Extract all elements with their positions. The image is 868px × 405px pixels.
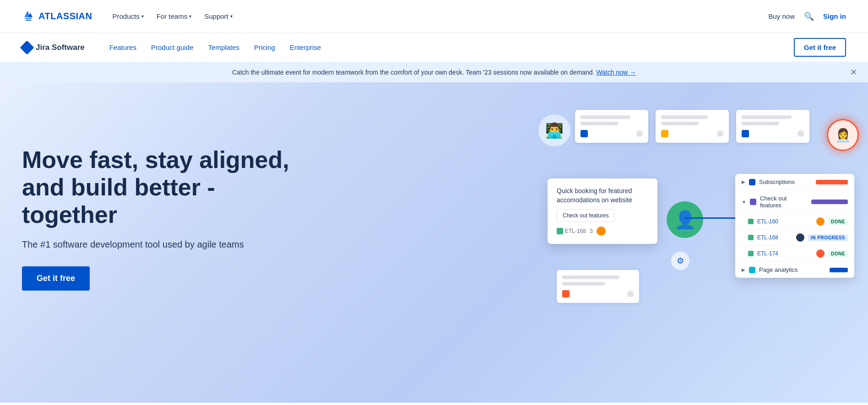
panel-sub-row-etl160: ETL-160 DONE [735, 214, 854, 230]
panel-dot-analytics [749, 267, 755, 273]
panel-row-subscriptions: ▶ Subscriptions [735, 174, 854, 190]
kanban-card-3 [736, 110, 809, 143]
atlassian-logo-text: ATLASSIAN [38, 11, 92, 22]
hero-content: Move fast, stay aligned, and build bette… [22, 119, 297, 291]
sub-nav-links: Features Product guide Templates Pricing… [103, 40, 327, 55]
ticket-icon [557, 228, 563, 234]
svg-rect-1 [26, 20, 31, 21]
avatar-assignee [597, 227, 606, 236]
atlassian-logo[interactable]: ATLASSIAN [22, 10, 92, 23]
avatar-figure-green: 👤 [667, 201, 703, 238]
top-nav-right: Buy now 🔍 Sign in [768, 11, 846, 22]
avatar-figure-red: 👩‍💼 [827, 119, 859, 151]
panel-label-analytics: Page analytics [759, 266, 826, 273]
panel-bar-checkout [811, 200, 848, 204]
svg-rect-0 [25, 18, 32, 19]
sub-ticket-icon-168 [748, 235, 754, 240]
panel-sub-row-etl174: ETL-174 DONE [735, 246, 854, 262]
panel-label-subscriptions: Subscriptions [759, 178, 812, 185]
top-nav: ATLASSIAN Products ▾ For teams ▾ Support… [0, 0, 868, 33]
subnav-product-guide[interactable]: Product guide [145, 40, 200, 55]
ticket-count: 3 [590, 228, 593, 234]
sign-in-link[interactable]: Sign in [823, 12, 846, 20]
chevron-down-icon: ▾ [189, 14, 191, 19]
kanban-card-bottom [557, 270, 639, 303]
popup-check-features-btn[interactable]: Check out features [557, 209, 615, 222]
connector-line-h [685, 217, 740, 219]
subnav-features[interactable]: Features [103, 40, 143, 55]
chevron-down-icon: ▾ [141, 14, 144, 19]
popup-card-title: Quick booking for featured accomodations… [557, 187, 648, 205]
hero-illustration: 👨‍💻 [511, 96, 868, 403]
top-nav-links: Products ▾ For teams ▾ Support ▾ [107, 9, 238, 24]
banner-close-button[interactable]: ✕ [850, 67, 857, 77]
kanban-card-1 [575, 110, 648, 143]
popup-footer: ETL-168 3 [557, 227, 648, 236]
banner-text: Catch the ultimate event for modern team… [232, 69, 636, 76]
subnav-enterprise[interactable]: Enterprise [283, 40, 327, 55]
jira-brand-text: Jira Software [36, 43, 85, 52]
panel-bar-analytics [830, 268, 848, 272]
panel-ticket-etl174: ETL-174 [757, 250, 813, 257]
top-nav-left: ATLASSIAN Products ▾ For teams ▾ Support… [22, 9, 238, 24]
git-icon: ⚙ [671, 252, 689, 270]
sub-nav: Jira Software Features Product guide Tem… [0, 33, 868, 62]
hero-section: Move fast, stay aligned, and build bette… [0, 82, 868, 403]
status-badge-etl160: DONE [828, 218, 848, 225]
avatar-red-ring: 👩‍💼 [827, 119, 859, 151]
avatar-green: 👤 [667, 201, 703, 238]
status-badge-etl174: DONE [828, 250, 848, 257]
sub-avatar-174 [816, 249, 825, 258]
panel-row-analytics: ▶ Page analytics [735, 262, 854, 278]
subnav-pricing[interactable]: Pricing [248, 40, 282, 55]
search-button[interactable]: 🔍 [804, 11, 814, 22]
panel-sub-row-etl168: ETL-168 IN PROGRESS [735, 230, 854, 246]
sub-avatar-160 [816, 217, 825, 226]
nav-products[interactable]: Products ▾ [107, 9, 149, 24]
panel-label-checkout: Check out features [760, 195, 808, 209]
panel-ticket-etl160: ETL-160 [757, 218, 813, 225]
ticket-id-popup: ETL-168 [557, 228, 586, 234]
buy-now-link[interactable]: Buy now [768, 12, 795, 20]
get-it-free-button-subnav[interactable]: Get it free [794, 38, 846, 57]
kanban-card-2 [656, 110, 729, 143]
hero-subtitle: The #1 software development tool used by… [22, 239, 297, 250]
jira-brand[interactable]: Jira Software [22, 43, 85, 53]
panel-bar-subscriptions [816, 180, 848, 184]
expand-icon-subscriptions: ▶ [742, 179, 745, 184]
hero-title: Move fast, stay aligned, and build bette… [22, 146, 297, 228]
nav-for-teams[interactable]: For teams ▾ [151, 9, 197, 24]
panel-card: ▶ Subscriptions ▼ Check out features ETL… [735, 174, 854, 278]
popup-card: Quick booking for featured accomodations… [548, 178, 657, 244]
sub-ticket-icon-160 [748, 219, 754, 224]
expand-icon-analytics: ▶ [742, 267, 745, 272]
panel-ticket-etl168: ETL-168 [757, 234, 792, 241]
status-badge-etl168: IN PROGRESS [808, 234, 848, 241]
kanban-cards-row [575, 110, 809, 143]
expand-icon-checkout: ▼ [742, 200, 746, 205]
git-icon-container: ⚙ [671, 252, 689, 270]
atlassian-logo-icon [22, 10, 35, 23]
sub-nav-left: Jira Software Features Product guide Tem… [22, 40, 327, 55]
sub-ticket-icon-174 [748, 251, 754, 256]
chevron-down-icon: ▾ [230, 14, 233, 19]
jira-diamond-icon [20, 40, 34, 54]
nav-support[interactable]: Support ▾ [199, 9, 238, 24]
panel-dot-subscriptions [749, 179, 755, 185]
announcement-banner: Catch the ultimate event for modern team… [0, 62, 868, 82]
subnav-templates[interactable]: Templates [202, 40, 246, 55]
banner-link[interactable]: Watch now → [596, 69, 636, 76]
sub-avatar-168 [796, 233, 804, 242]
avatar-figure-blue: 👨‍💻 [538, 114, 570, 146]
panel-dot-checkout [750, 199, 756, 205]
avatar-blue: 👨‍💻 [538, 114, 570, 146]
hero-cta-button[interactable]: Get it free [22, 266, 90, 291]
panel-row-checkout: ▼ Check out features [735, 190, 854, 214]
